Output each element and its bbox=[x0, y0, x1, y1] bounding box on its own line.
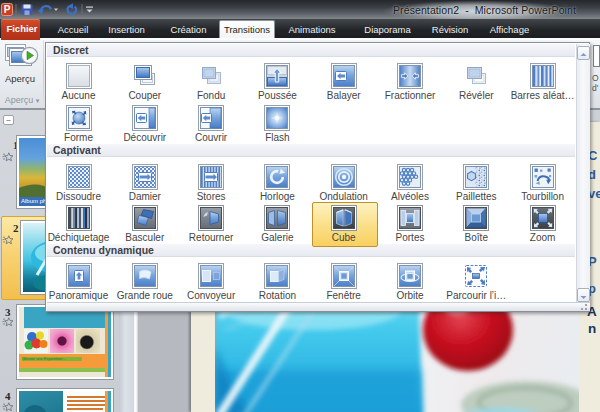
svg-text:P: P bbox=[4, 4, 11, 15]
